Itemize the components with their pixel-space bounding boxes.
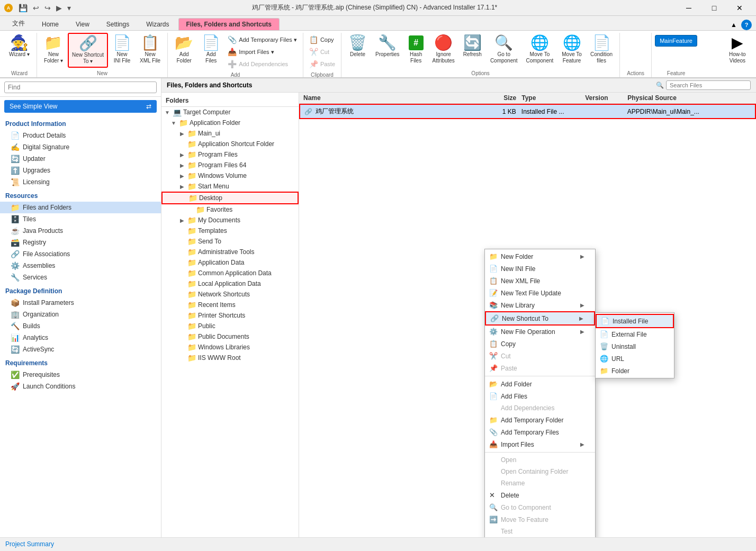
tree-item-program-files[interactable]: ▶ 📁 Program Files (161, 149, 299, 160)
toolbar-controls[interactable]: 💾 ↩ ↪ ▶ ▾ (17, 4, 73, 12)
import-files-button[interactable]: 📥 Import Files ▾ (225, 46, 300, 58)
ctx-rename[interactable]: Rename (485, 477, 595, 489)
sub-item-external-file[interactable]: 📄 External File (596, 328, 674, 340)
main-feature-button[interactable]: MainFeature (655, 35, 697, 47)
tree-item-iis-www-root[interactable]: 📁 IIS WWW Root (161, 353, 299, 363)
add-temp-files-button[interactable]: 📎 Add Temporary Files ▾ (225, 34, 300, 46)
tree-item-start-menu[interactable]: ▶ 📁 Start Menu (161, 181, 299, 192)
sidebar-item-analytics[interactable]: 📊 Analytics (0, 332, 161, 344)
main-feature-selector[interactable]: MainFeature (655, 33, 697, 47)
ctx-new-shortcut-to[interactable]: 🔗 New Shortcut To ▶ (485, 311, 595, 326)
ctx-new-library[interactable]: 📚 New Library ▶ (485, 299, 595, 311)
tree-item-send-to[interactable]: 📁 Send To (161, 236, 299, 247)
sidebar-item-java[interactable]: ☕ Java Products (0, 225, 161, 237)
quick-access-more[interactable]: ▾ (66, 4, 73, 12)
sub-item-uninstall[interactable]: 🗑️ Uninstall (596, 340, 674, 353)
sidebar-item-assemblies[interactable]: ⚙️ Assemblies (0, 260, 161, 272)
how-to-videos-button[interactable]: ▶ How-toVideos (725, 33, 750, 67)
minimize-button[interactable]: ─ (677, 0, 701, 16)
simple-view-button[interactable]: See Simple View ⇄ (4, 100, 157, 113)
sidebar-item-digital-signature[interactable]: ✍️ Digital Signature (0, 141, 161, 153)
tree-item-templates[interactable]: 📁 Templates (161, 225, 299, 236)
tree-item-public-docs[interactable]: 📁 Public Documents (161, 331, 299, 342)
tree-item-desktop[interactable]: 📁 Desktop (161, 192, 299, 204)
add-folder-button[interactable]: 📂 AddFolder (171, 33, 197, 67)
sub-item-installed-file[interactable]: 📄 Installed File (596, 314, 674, 328)
ctx-new-xml[interactable]: 📋 New XML File (485, 275, 595, 287)
sub-item-folder[interactable]: 📁 Folder (596, 365, 674, 377)
ctx-new-text[interactable]: 📝 New Text File Update (485, 287, 595, 299)
tree-item-public[interactable]: 📁 Public (161, 321, 299, 331)
ctx-add-temp-files[interactable]: 📎 Add Temporary Files (485, 426, 595, 438)
sidebar-item-files-folders[interactable]: 📁 Files and Folders (0, 202, 161, 213)
sidebar-item-services[interactable]: 🔧 Services (0, 272, 161, 283)
ctx-go-to-component[interactable]: 🔍 Go to Component (485, 501, 595, 513)
sidebar-item-prerequisites[interactable]: ✅ Prerequisites (0, 369, 161, 381)
help-button[interactable]: ? (741, 20, 752, 30)
sub-item-url[interactable]: 🌐 URL (596, 353, 674, 365)
ctx-cut[interactable]: ✂️ Cut (485, 350, 595, 362)
tree-item-recent-items[interactable]: 📁 Recent Items (161, 300, 299, 310)
tab-file[interactable]: 文件 (4, 16, 33, 30)
new-xml-button[interactable]: 📋 NewXML File (136, 33, 164, 67)
go-to-component-button[interactable]: 🔍 Go toComponent (487, 33, 521, 67)
ctx-add-deps[interactable]: Add Dependencies (485, 402, 595, 414)
tree-item-network-shortcuts[interactable]: 📁 Network Shortcuts (161, 289, 299, 300)
quick-access-redo[interactable]: ↪ (43, 4, 52, 12)
tree-item-local-app-data[interactable]: 📁 Local Application Data (161, 278, 299, 289)
properties-button[interactable]: 🔧 Properties (372, 33, 403, 60)
ctx-open[interactable]: Open (485, 454, 595, 466)
wizard-button[interactable]: 🧙 Wizard ▾ (5, 33, 33, 60)
sidebar-item-licensing[interactable]: 📜 Licensing (0, 176, 161, 188)
sidebar-item-upgrades[interactable]: ⬆️ Upgrades (0, 165, 161, 176)
quick-access-save[interactable]: 💾 (17, 4, 29, 12)
ctx-paste[interactable]: 📌 Paste (485, 362, 595, 374)
close-button[interactable]: ✕ (727, 0, 752, 16)
ctx-open-containing[interactable]: Open Containing Folder (485, 466, 595, 477)
move-to-feature-button[interactable]: 🌐 Move ToFeature (558, 33, 586, 67)
tree-item-common-app-data[interactable]: 📁 Common Application Data (161, 268, 299, 278)
ctx-delete[interactable]: ✕ Delete (485, 489, 595, 501)
condition-files-button[interactable]: 📄 Conditionfiles (587, 33, 616, 67)
new-ini-button[interactable]: 📄 NewINI File (109, 33, 135, 67)
tab-wizards[interactable]: Wizards (138, 18, 177, 30)
ctx-test[interactable]: Test (485, 526, 595, 537)
sidebar-item-tiles[interactable]: 🗄️ Tiles (0, 213, 161, 225)
tree-item-printer-shortcuts[interactable]: 📁 Printer Shortcuts (161, 310, 299, 321)
ctx-copy[interactable]: 📋 Copy (485, 338, 595, 350)
add-files-button[interactable]: 📄 AddFiles (198, 33, 224, 67)
tree-item-windows-libraries[interactable]: 📁 Windows Libraries (161, 342, 299, 353)
file-row-jichangguanli[interactable]: 🔗 鸡厂管理系统 1 KB Installed File ... APPDIR\… (299, 104, 756, 119)
maximize-button[interactable]: □ (702, 0, 726, 16)
tab-settings[interactable]: Settings (98, 18, 137, 30)
move-to-component-button[interactable]: 🌐 Move ToComponent (523, 33, 557, 67)
sidebar-item-install-params[interactable]: 📦 Install Parameters (0, 297, 161, 309)
ctx-move-to-feature[interactable]: ➡️ Move To Feature (485, 513, 595, 526)
tab-files-folders[interactable]: Files, Folders and Shortcuts (178, 18, 280, 30)
ctx-add-files[interactable]: 📄 Add Files (485, 390, 595, 402)
copy-button[interactable]: 📋 Copy (307, 34, 338, 46)
ctx-add-temp-folder[interactable]: 📁 Add Temporary Folder (485, 414, 595, 426)
tab-home[interactable]: Home (34, 18, 67, 30)
quick-access-build[interactable]: ▶ (55, 4, 64, 12)
ctx-new-file-op[interactable]: ⚙️ New File Operation ▶ (485, 326, 595, 338)
sidebar-search-input[interactable] (4, 82, 157, 93)
sidebar-item-file-assoc[interactable]: 🔗 File Associations (0, 248, 161, 260)
content-search-input[interactable] (666, 80, 751, 90)
tree-item-app-data[interactable]: 📁 Application Data (161, 257, 299, 268)
tree-item-program-files-64[interactable]: ▶ 📁 Program Files 64 (161, 160, 299, 170)
ctx-new-folder[interactable]: 📁 New Folder ▶ (485, 250, 595, 263)
ctx-import-files[interactable]: 📥 Import Files ▶ (485, 438, 595, 450)
new-folder-button[interactable]: 📁 NewFolder ▾ (40, 33, 67, 67)
ctx-new-ini[interactable]: 📄 New INI File (485, 263, 595, 275)
ribbon-collapse-icon[interactable]: ▲ (731, 21, 737, 29)
tree-item-target-computer[interactable]: ▼ 💻 Target Computer (161, 107, 299, 118)
tree-item-application-folder[interactable]: ▼ 📁 Application Folder (161, 118, 299, 128)
ctx-add-folder[interactable]: 📂 Add Folder (485, 378, 595, 390)
refresh-button[interactable]: 🔄 Refresh (460, 33, 485, 60)
sidebar-item-product-details[interactable]: 📄 Product Details (0, 130, 161, 141)
cut-button[interactable]: ✂️ Cut (307, 46, 338, 58)
delete-button[interactable]: 🗑️ Delete (345, 33, 371, 60)
tree-item-favorites[interactable]: 📁 Favorites (161, 204, 299, 215)
tree-item-app-shortcut-folder[interactable]: 📁 Application Shortcut Folder (161, 139, 299, 149)
